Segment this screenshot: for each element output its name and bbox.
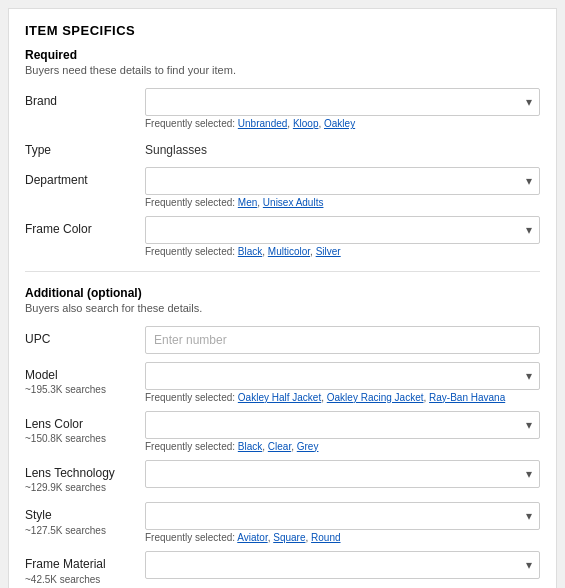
- model-search-count: ~195.3K searches: [25, 383, 145, 396]
- upc-label: UPC: [25, 326, 145, 348]
- brand-control: Unbranded Kloop Oakley ▾ Frequently sele…: [145, 88, 540, 129]
- brand-freq-selected: Frequently selected: Unbranded, Kloop, O…: [145, 118, 540, 129]
- fc-freq-black[interactable]: Black: [238, 246, 262, 257]
- model-control: Oakley Half Jacket Oakley Racing Jacket …: [145, 362, 540, 403]
- brand-select-wrapper: Unbranded Kloop Oakley ▾: [145, 88, 540, 116]
- type-value: Sunglasses: [145, 137, 540, 157]
- lens-color-label: Lens Color ~150.8K searches: [25, 411, 145, 446]
- frame-color-freq-selected: Frequently selected: Black, Multicolor, …: [145, 246, 540, 257]
- brand-freq-unbranded[interactable]: Unbranded: [238, 118, 287, 129]
- frame-material-select-wrapper: ▾: [145, 551, 540, 579]
- style-freq-selected: Frequently selected: Aviator, Square, Ro…: [145, 532, 540, 543]
- type-label: Type: [25, 137, 145, 159]
- department-label: Department: [25, 167, 145, 189]
- lens-tech-field-row: Lens Technology ~129.9K searches ▾: [25, 460, 540, 495]
- frame-color-select[interactable]: Black Multicolor Silver: [145, 216, 540, 244]
- frame-material-search-count: ~42.5K searches: [25, 573, 145, 586]
- fc-freq-silver[interactable]: Silver: [316, 246, 341, 257]
- model-select-wrapper: Oakley Half Jacket Oakley Racing Jacket …: [145, 362, 540, 390]
- lens-color-select[interactable]: Black Clear Grey: [145, 411, 540, 439]
- model-field-row: Model ~195.3K searches Oakley Half Jacke…: [25, 362, 540, 403]
- lens-tech-label: Lens Technology ~129.9K searches: [25, 460, 145, 495]
- lens-tech-select[interactable]: [145, 460, 540, 488]
- brand-freq-oakley[interactable]: Oakley: [324, 118, 355, 129]
- frame-material-control: ▾: [145, 551, 540, 579]
- department-field-row: Department Men Unisex Adults ▾ Frequentl…: [25, 167, 540, 208]
- brand-field-row: Brand Unbranded Kloop Oakley ▾ Frequentl…: [25, 88, 540, 129]
- department-select-wrapper: Men Unisex Adults ▾: [145, 167, 540, 195]
- upc-input[interactable]: [145, 326, 540, 354]
- style-freq-round[interactable]: Round: [311, 532, 340, 543]
- required-section: Required Buyers need these details to fi…: [25, 48, 540, 257]
- style-select-wrapper: Aviator Square Round ▾: [145, 502, 540, 530]
- style-field-row: Style ~127.5K searches Aviator Square Ro…: [25, 502, 540, 543]
- required-description: Buyers need these details to find your i…: [25, 64, 540, 76]
- style-freq-square[interactable]: Square: [273, 532, 305, 543]
- frame-material-select[interactable]: [145, 551, 540, 579]
- brand-select[interactable]: Unbranded Kloop Oakley: [145, 88, 540, 116]
- frame-color-field-row: Frame Color Black Multicolor Silver ▾ Fr…: [25, 216, 540, 257]
- frame-color-select-wrapper: Black Multicolor Silver ▾: [145, 216, 540, 244]
- frame-color-label: Frame Color: [25, 216, 145, 238]
- model-freq-orj[interactable]: Oakley Racing Jacket: [327, 392, 424, 403]
- fc-freq-multicolor[interactable]: Multicolor: [268, 246, 310, 257]
- lens-tech-select-wrapper: ▾: [145, 460, 540, 488]
- model-freq-ohj[interactable]: Oakley Half Jacket: [238, 392, 321, 403]
- upc-control: [145, 326, 540, 354]
- type-field-row: Type Sunglasses: [25, 137, 540, 159]
- model-select[interactable]: Oakley Half Jacket Oakley Racing Jacket …: [145, 362, 540, 390]
- lens-tech-control: ▾: [145, 460, 540, 488]
- lc-freq-clear[interactable]: Clear: [268, 441, 291, 452]
- lens-color-control: Black Clear Grey ▾ Frequently selected: …: [145, 411, 540, 452]
- brand-label: Brand: [25, 88, 145, 110]
- additional-heading: Additional (optional): [25, 286, 540, 300]
- style-control: Aviator Square Round ▾ Frequently select…: [145, 502, 540, 543]
- style-select[interactable]: Aviator Square Round: [145, 502, 540, 530]
- frame-material-field-row: Frame Material ~42.5K searches ▾: [25, 551, 540, 586]
- frame-color-control: Black Multicolor Silver ▾ Frequently sel…: [145, 216, 540, 257]
- department-control: Men Unisex Adults ▾ Frequently selected:…: [145, 167, 540, 208]
- upc-field-row: UPC: [25, 326, 540, 354]
- lens-color-freq-selected: Frequently selected: Black, Clear, Grey: [145, 441, 540, 452]
- dept-freq-unisex[interactable]: Unisex Adults: [263, 197, 324, 208]
- lens-color-search-count: ~150.8K searches: [25, 432, 145, 445]
- dept-freq-men[interactable]: Men: [238, 197, 257, 208]
- frame-material-label: Frame Material ~42.5K searches: [25, 551, 145, 586]
- style-label: Style ~127.5K searches: [25, 502, 145, 537]
- item-specifics-title: ITEM SPECIFICS: [25, 23, 540, 38]
- lens-tech-search-count: ~129.9K searches: [25, 481, 145, 494]
- type-control: Sunglasses: [145, 137, 540, 157]
- style-search-count: ~127.5K searches: [25, 524, 145, 537]
- department-select[interactable]: Men Unisex Adults: [145, 167, 540, 195]
- model-freq-rbh[interactable]: Ray-Ban Havana: [429, 392, 505, 403]
- style-freq-aviator[interactable]: Aviator: [237, 532, 267, 543]
- additional-section: Additional (optional) Buyers also search…: [25, 286, 540, 588]
- additional-description: Buyers also search for these details.: [25, 302, 540, 314]
- lens-color-select-wrapper: Black Clear Grey ▾: [145, 411, 540, 439]
- model-label: Model ~195.3K searches: [25, 362, 145, 397]
- divider-1: [25, 271, 540, 272]
- item-specifics-panel: ITEM SPECIFICS Required Buyers need thes…: [8, 8, 557, 588]
- model-freq-selected: Frequently selected: Oakley Half Jacket,…: [145, 392, 540, 403]
- brand-freq-kloop[interactable]: Kloop: [293, 118, 319, 129]
- lens-color-field-row: Lens Color ~150.8K searches Black Clear …: [25, 411, 540, 452]
- lc-freq-black[interactable]: Black: [238, 441, 262, 452]
- department-freq-selected: Frequently selected: Men, Unisex Adults: [145, 197, 540, 208]
- required-heading: Required: [25, 48, 540, 62]
- lc-freq-grey[interactable]: Grey: [297, 441, 319, 452]
